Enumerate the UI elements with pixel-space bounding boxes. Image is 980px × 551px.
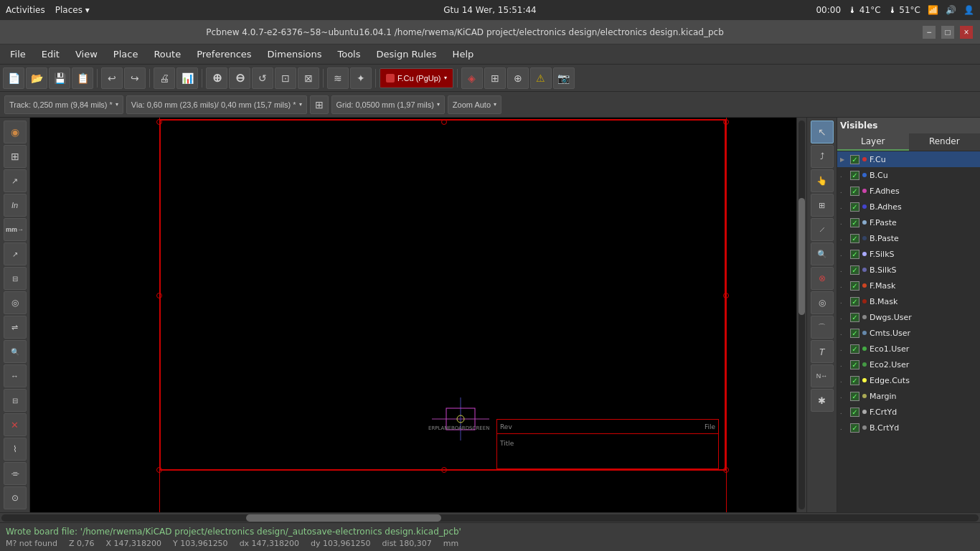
layer-bcu[interactable]: . ✓ B.Cu [837, 167, 980, 183]
drc-button[interactable]: ◈ [461, 67, 483, 89]
zoom-fit-button[interactable]: ⊡ [275, 67, 296, 89]
eco2-checkbox[interactable]: ✓ [850, 360, 859, 369]
circle-tool[interactable]: ◎ [811, 291, 834, 314]
close-button[interactable]: × [960, 26, 973, 39]
menu-help[interactable]: Help [446, 47, 481, 61]
layer-fcu[interactable]: ▶ ✓ F.Cu [837, 151, 980, 167]
zoom-out-button[interactable]: ⊖ [229, 67, 250, 89]
open-button[interactable]: 📂 [26, 67, 47, 89]
dwgs-checkbox[interactable]: ✓ [850, 313, 859, 322]
minimize-button[interactable]: − [923, 26, 936, 39]
menu-place[interactable]: Place [106, 47, 146, 61]
screenshot-button[interactable]: 📷 [553, 67, 575, 89]
select-tool[interactable]: ↖ [811, 121, 834, 143]
net-button[interactable]: ≋ [327, 67, 349, 89]
layer-fpaste[interactable]: . ✓ F.Paste [837, 215, 980, 230]
layer-fcrtyd[interactable]: . ✓ F.CrtYd [837, 404, 980, 420]
zone-tool[interactable]: ⊟ [4, 389, 27, 412]
magnify-tool[interactable]: 🔍 [811, 242, 834, 265]
layer-select-button[interactable]: Track: 0,250 mm (9,84 mils) * F.Cu (PgUp… [380, 68, 453, 88]
setup-button[interactable]: ⊞ [484, 67, 506, 89]
menu-preferences[interactable]: Preferences [189, 47, 258, 61]
zoom-sel-button[interactable]: ⊠ [298, 67, 319, 89]
save-button[interactable]: 💾 [49, 67, 70, 89]
wire-tool[interactable]: ⟋ [811, 218, 834, 241]
hscroll-thumb[interactable] [246, 514, 441, 522]
layer-bpaste[interactable]: . ✓ B.Paste [837, 230, 980, 246]
bcu-checkbox[interactable]: ✓ [850, 171, 859, 180]
reset-tool[interactable]: ⊙ [4, 486, 27, 509]
undo-button[interactable]: ↩ [101, 67, 123, 89]
graphic-tool[interactable]: ⌇ [4, 438, 27, 461]
route-track-tool[interactable]: ↗ [4, 169, 27, 192]
menu-design-rules[interactable]: Design Rules [369, 47, 444, 61]
layer-fadhes[interactable]: . ✓ F.Adhes [837, 183, 980, 199]
zoom-select[interactable]: Zoom Auto ▾ [448, 95, 501, 114]
vertical-scrollbar[interactable] [796, 118, 806, 512]
route-diff-tool[interactable]: ⇌ [4, 316, 27, 339]
teardrops-tool[interactable]: ⌯ [4, 462, 27, 485]
grid-select[interactable]: Grid: 0,0500 mm (1,97 mils) ▾ [331, 95, 445, 114]
zoom-lens-tool[interactable]: 🔍 [4, 340, 27, 363]
layer-cmts[interactable]: . ✓ Cmts.User [837, 325, 980, 341]
zoom-in-button[interactable]: ⊕ [206, 67, 227, 89]
layer-bcrtyd[interactable]: . ✓ B.CrtYd [837, 420, 980, 435]
fcrtyd-checkbox[interactable]: ✓ [850, 408, 859, 417]
menu-file[interactable]: File [3, 47, 33, 61]
warn-button[interactable]: ⚠ [530, 67, 552, 89]
bcrtyd-checkbox[interactable]: ✓ [850, 423, 859, 433]
star-tool[interactable]: ✱ [811, 389, 834, 412]
bsilks-checkbox[interactable]: ✓ [850, 265, 859, 275]
add-pad-tool[interactable]: ⊞ [4, 145, 27, 168]
via-select[interactable]: Via: 0,60 mm (23,6 mils)/ 0,40 mm (15,7 … [126, 95, 307, 114]
pad-grid-tool[interactable]: ⊞ [811, 194, 834, 217]
places-btn[interactable]: Places ▾ [55, 5, 90, 15]
mm-tool[interactable]: mm→ [4, 218, 27, 241]
layer-eco2[interactable]: . ✓ Eco2.User [837, 357, 980, 372]
highlight-net-tool[interactable]: ◉ [4, 121, 27, 143]
badhes-checkbox[interactable]: ✓ [850, 202, 859, 212]
add-line-tool[interactable]: ↗ [4, 242, 27, 265]
zoom-refresh-button[interactable]: ↺ [252, 67, 273, 89]
edge-checkbox[interactable]: ✓ [850, 376, 859, 385]
add-text-tool[interactable]: In [4, 194, 27, 217]
add-via-tool[interactable]: ◎ [4, 291, 27, 314]
menu-dimensions[interactable]: Dimensions [260, 47, 329, 61]
eco1-checkbox[interactable]: ✓ [850, 344, 859, 354]
inspect-tool[interactable]: 👆 [811, 169, 834, 192]
bpaste-checkbox[interactable]: ✓ [850, 234, 859, 243]
menu-tools[interactable]: Tools [330, 47, 367, 61]
menu-edit[interactable]: Edit [34, 47, 67, 61]
add-module-tool[interactable]: ⊟ [4, 267, 27, 290]
canvas-area[interactable]: ERPLANEBOARDSCREEN Rev File Title [30, 118, 796, 512]
plot-button[interactable]: 📊 [176, 67, 198, 89]
margin-checkbox[interactable]: ✓ [850, 392, 859, 401]
text-tool[interactable]: T [811, 340, 834, 363]
tab-layer[interactable]: Layer [837, 133, 909, 151]
menu-route[interactable]: Route [146, 47, 188, 61]
tab-render[interactable]: Render [909, 133, 981, 151]
layer-bmask[interactable]: . ✓ B.Mask [837, 293, 980, 309]
fmask-checkbox[interactable]: ✓ [850, 281, 859, 291]
layer-margin[interactable]: . ✓ Margin [837, 388, 980, 404]
layer-dwgs[interactable]: . ✓ Dwgs.User [837, 309, 980, 325]
save-as-button[interactable]: 📋 [72, 67, 93, 89]
fpaste-checkbox[interactable]: ✓ [850, 218, 859, 227]
layer-fsilks[interactable]: . ✓ F.SilkS [837, 246, 980, 262]
fsilks-checkbox[interactable]: ✓ [850, 250, 859, 259]
ratsnest-button[interactable]: ✦ [350, 67, 372, 89]
fcu-checkbox[interactable]: ✓ [850, 155, 859, 164]
vscroll-thumb[interactable] [798, 198, 805, 315]
horizontal-scrollbar[interactable] [0, 512, 980, 522]
print-button[interactable]: 🖨 [154, 67, 175, 89]
new-button[interactable]: 📄 [3, 67, 24, 89]
bmask-checkbox[interactable]: ✓ [850, 297, 859, 306]
grid-icon-btn[interactable]: ⊞ [310, 95, 329, 114]
layer-edge[interactable]: . ✓ Edge.Cuts [837, 372, 980, 388]
track-select[interactable]: Track: 0,250 mm (9,84 mils) * ▾ [4, 95, 123, 114]
cmts-checkbox[interactable]: ✓ [850, 329, 859, 338]
measure-tool[interactable]: ↔ [4, 364, 27, 387]
grid-orig-button[interactable]: ⊕ [507, 67, 529, 89]
layer-badhes[interactable]: . ✓ B.Adhes [837, 199, 980, 215]
layer-eco1[interactable]: . ✓ Eco1.User [837, 341, 980, 357]
